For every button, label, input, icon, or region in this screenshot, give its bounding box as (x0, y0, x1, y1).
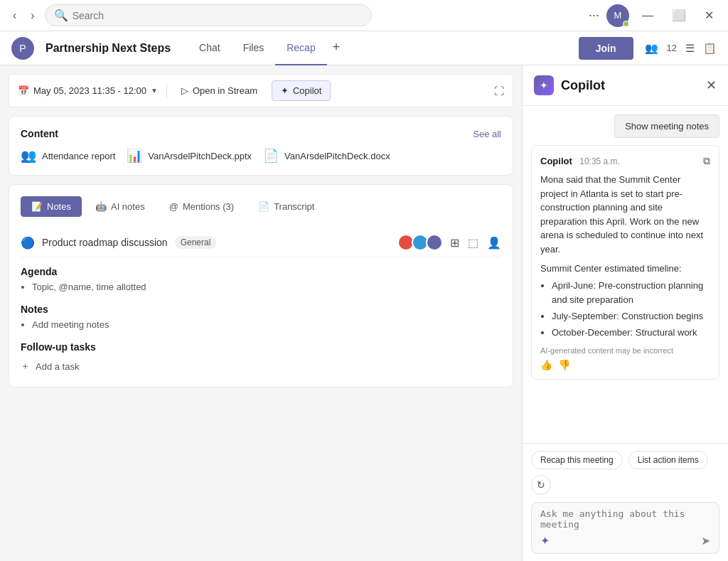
main-layout: 📅 May 05, 2023 11:35 - 12:00 ▼ ▷ Open in… (0, 65, 728, 561)
tab-add[interactable]: + (327, 31, 346, 65)
back-button[interactable]: ‹ (9, 6, 21, 25)
meeting-title: Product roadmap discussion (42, 237, 168, 248)
meeting-avatars (400, 234, 443, 251)
thumbs-up-button[interactable]: 👍 (540, 359, 552, 370)
channel-name: Partnership Next Steps (46, 42, 171, 55)
timeline-item-2: July-September: Construction begins (552, 309, 710, 324)
content-card: Content See all 👥 Attendance report 📊 Va… (9, 116, 513, 176)
close-copilot-button[interactable]: ✕ (706, 78, 717, 93)
search-bar[interactable]: 🔍 (45, 4, 372, 26)
tab-chat[interactable]: Chat (188, 31, 232, 65)
copilot-footer: Recap this meeting List action items ↻ ✦… (523, 443, 728, 561)
content-files: 👥 Attendance report 📊 VanArsdelPitchDeck… (21, 148, 501, 164)
chat-input-footer: ✦ ➤ (540, 534, 710, 547)
meeting-actions: ⊞ ⬚ 👤 (450, 236, 501, 250)
timeline-item-1: April-June: Pre-construction planning an… (552, 279, 710, 309)
tab-notes[interactable]: 📝 Notes (21, 196, 82, 217)
add-task-row[interactable]: ＋ Add a task (21, 357, 501, 375)
copilot-message-header: Copilot 10:35 a.m. ⧉ (540, 154, 710, 167)
stream-icon: ▷ (181, 85, 188, 96)
feedback-buttons: 👍 👎 (540, 359, 710, 370)
channel-header: P Partnership Next Steps Chat Files Reca… (0, 31, 728, 65)
file-docx[interactable]: 📄 VanArsdelPitchDeck.docx (263, 148, 390, 164)
file-attendance[interactable]: 👥 Attendance report (21, 148, 115, 164)
content-header: Content See all (21, 128, 501, 139)
date-picker[interactable]: 📅 May 05, 2023 11:35 - 12:00 ▼ (18, 85, 158, 96)
tab-ai-notes[interactable]: 🤖 AI notes (85, 196, 156, 217)
copilot-message: Copilot 10:35 a.m. ⧉ Mona said that the … (531, 145, 719, 380)
notes-content: Add meeting notes (21, 319, 501, 330)
show-meeting-notes-button[interactable]: Show meeting notes (614, 114, 719, 138)
timeline-item-3: October-December: Structural work (552, 326, 710, 341)
chat-input[interactable] (540, 508, 710, 530)
person-action-btn[interactable]: 👤 (487, 236, 501, 250)
tab-files[interactable]: Files (232, 31, 276, 65)
calendar-icon: 📅 (18, 85, 29, 96)
copilot-time: 10:35 a.m. (579, 156, 620, 166)
agenda-item: Topic, @name, time allotted (32, 282, 501, 292)
title-bar: ‹ › 🔍 ··· M — ⬜ ✕ (0, 0, 728, 31)
minimize-button[interactable]: — (636, 6, 659, 25)
search-input[interactable] (73, 10, 363, 21)
copilot-toolbar-button[interactable]: ✦ Copilot (272, 80, 331, 101)
agenda-content: Topic, @name, time allotted (21, 282, 501, 292)
mentions-tab-icon: @ (169, 201, 178, 212)
join-button[interactable]: Join (579, 37, 633, 60)
left-panel: 📅 May 05, 2023 11:35 - 12:00 ▼ ▷ Open in… (0, 65, 522, 561)
copilot-timeline-list: April-June: Pre-construction planning an… (540, 279, 710, 341)
file-attendance-label: Attendance report (42, 151, 115, 161)
channel-tabs: Chat Files Recap + (188, 31, 346, 65)
close-button[interactable]: ✕ (699, 6, 719, 25)
notes-icon-btn[interactable]: 📋 (703, 42, 717, 55)
grid-action-btn[interactable]: ⊞ (450, 236, 459, 250)
agenda-title: Agenda (21, 266, 501, 277)
tab-mentions[interactable]: @ Mentions (3) (159, 196, 245, 217)
notes-section-title: Notes (21, 304, 501, 315)
content-title: Content (21, 128, 58, 139)
avatar-3 (426, 234, 443, 251)
copilot-body: Show meeting notes Copilot 10:35 a.m. ⧉ … (523, 106, 728, 443)
channel-badge: General (175, 236, 217, 249)
sparkle-icon[interactable]: ✦ (540, 534, 550, 547)
send-button[interactable]: ➤ (701, 534, 710, 547)
tab-recap[interactable]: Recap (275, 31, 326, 65)
title-bar-right: ··· M — ⬜ ✕ (589, 4, 719, 27)
expand-button[interactable]: ⛶ (494, 85, 504, 97)
header-icons: 👥 12 ☰ 📋 (645, 42, 717, 55)
ai-notes-tab-icon: 🤖 (95, 201, 107, 212)
maximize-button[interactable]: ⬜ (666, 6, 692, 25)
channel-icon: P (11, 37, 34, 60)
copilot-logo: ✦ (534, 75, 554, 95)
list-action-items-button[interactable]: List action items (628, 451, 708, 469)
toolbar-divider (166, 84, 167, 98)
tab-transcript[interactable]: 📄 Transcript (247, 196, 325, 217)
refresh-button[interactable]: ↻ (531, 475, 551, 495)
quick-actions: Recap this meeting List action items ↻ (531, 451, 719, 495)
thumbs-down-button[interactable]: 👎 (558, 359, 570, 370)
docx-icon: 📄 (263, 148, 279, 164)
ai-disclaimer: AI-generated content may be incorrect (540, 346, 710, 355)
file-pptx[interactable]: 📊 VanArsdelPitchDeck.pptx (127, 148, 252, 164)
list-icon-btn[interactable]: ☰ (685, 42, 695, 55)
copilot-timeline-title: Summit Center estimated timeline: (540, 262, 710, 276)
more-icon[interactable]: ··· (589, 8, 599, 23)
meeting-row: 🔵 Product roadmap discussion General ⊞ ⬚… (21, 228, 501, 257)
file-pptx-label: VanArsdelPitchDeck.pptx (148, 151, 252, 161)
copilot-icon: ✦ (281, 85, 289, 96)
followup-title: Follow-up tasks (21, 341, 501, 353)
chat-input-area[interactable]: ✦ ➤ (531, 502, 719, 554)
file-docx-label: VanArsdelPitchDeck.docx (284, 151, 390, 161)
recap-meeting-button[interactable]: Recap this meeting (531, 451, 623, 469)
frame-action-btn[interactable]: ⬚ (468, 236, 478, 250)
copilot-panel: ✦ Copilot ✕ Show meeting notes Copilot 1… (522, 65, 728, 561)
date-label: May 05, 2023 11:35 - 12:00 (33, 85, 146, 96)
open-in-stream-button[interactable]: ▷ Open in Stream (176, 82, 263, 99)
avatar[interactable]: M (606, 4, 629, 27)
transcript-tab-icon: 📄 (258, 201, 269, 212)
see-all-link[interactable]: See all (473, 129, 501, 139)
toolbar: 📅 May 05, 2023 11:35 - 12:00 ▼ ▷ Open in… (9, 74, 513, 107)
notes-item[interactable]: Add meeting notes (32, 319, 501, 330)
copy-message-button[interactable]: ⧉ (703, 155, 710, 167)
forward-button[interactable]: › (26, 6, 38, 25)
chevron-down-icon: ▼ (151, 87, 158, 95)
